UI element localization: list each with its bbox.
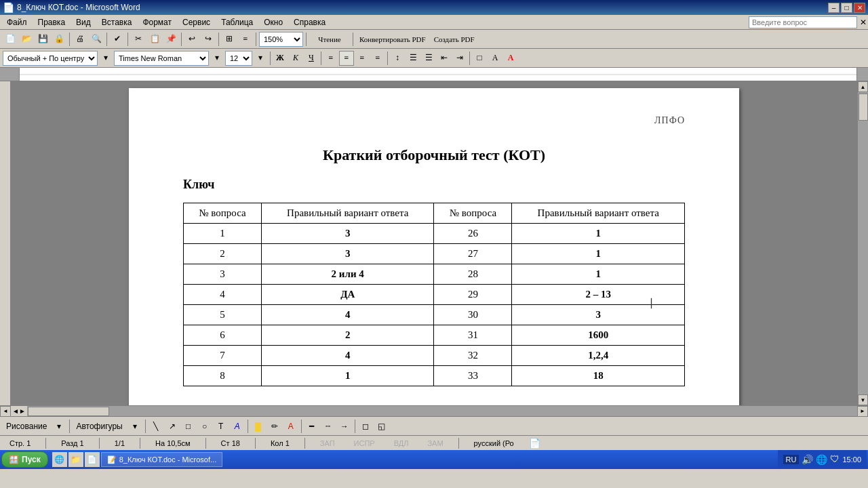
insert-columns-button[interactable]: ≡ [238,32,253,47]
scroll-right-button[interactable]: ► [857,406,868,417]
open-button[interactable]: 📂 [19,32,34,47]
align-left-button[interactable]: ≡ [323,51,338,66]
size-select[interactable]: 12 [225,51,252,66]
align-center-button[interactable]: ≡ [339,51,354,66]
decrease-indent-button[interactable]: ⇤ [437,51,452,66]
fill-color-button[interactable]: ▓ [251,419,266,434]
preview-button[interactable]: 🔍 [89,32,104,47]
scroll-up-button[interactable]: ▲ [858,81,868,92]
style-dropdown-icon[interactable]: ▾ [98,51,113,66]
menu-edit[interactable]: Правка [33,16,71,28]
draw-dropdown-icon[interactable]: ▾ [52,419,66,434]
paste-button[interactable]: 📌 [163,32,178,47]
font-color-draw-button[interactable]: A [283,419,298,434]
ask-input[interactable] [749,16,857,28]
menu-help[interactable]: Справка [288,16,331,28]
copy-button[interactable]: 📋 [147,32,162,47]
col-header-q1: № вопроса [184,203,262,224]
menu-table[interactable]: Таблица [216,16,258,28]
reading-mode-button[interactable]: Чтение [309,32,350,47]
start-button[interactable]: 🪟 Пуск [1,451,48,468]
redo-button[interactable]: ↪ [201,32,216,47]
line-color-button[interactable]: ✏ [267,419,282,434]
doc-title: Краткий отборочный тест (КОТ) [183,146,685,164]
wordart-tool[interactable]: A [230,419,245,434]
line-tool[interactable]: ╲ [149,419,163,434]
font-select[interactable]: Times New Roman [114,51,209,66]
next-page-button[interactable]: ► [19,407,26,415]
menu-format[interactable]: Формат [137,16,177,28]
minimize-button[interactable]: – [828,3,840,13]
h-scroll-track[interactable] [27,406,857,416]
menu-view[interactable]: Вид [71,16,96,28]
cell-q1: 4 [184,285,262,305]
word-quick-icon[interactable]: 📄 [85,452,100,467]
close-help-icon[interactable]: ✕ [860,18,867,27]
align-justify-button[interactable]: ≡ [370,51,385,66]
explorer-icon[interactable]: 📁 [68,452,83,467]
underline-button[interactable]: Ч [304,51,319,66]
menu-tools[interactable]: Сервис [177,16,216,28]
dash-style-button[interactable]: ╌ [321,419,336,434]
scroll-thumb[interactable] [859,94,868,121]
new-button[interactable]: 📄 [3,32,18,47]
permission-button[interactable]: 🔒 [52,32,66,47]
section-status: Разд 1 [57,439,87,447]
3d-button[interactable]: ◱ [374,419,389,434]
zoom-select[interactable]: 150% [259,32,303,47]
spell-button[interactable]: ✔ [110,32,125,47]
scroll-track[interactable] [858,92,868,394]
italic-button[interactable]: К [288,51,303,66]
menu-insert[interactable]: Вставка [96,16,138,28]
line-spacing-button[interactable]: ↕ [390,51,405,66]
autoshapes-dropdown-icon[interactable]: ▾ [127,419,142,434]
ruler [0,68,868,81]
convert-pdf-button[interactable]: Конвертировать PDF [356,32,429,47]
insert-table-button[interactable]: ⊞ [222,32,237,47]
circle-tool[interactable]: ○ [197,419,212,434]
style-select[interactable]: Обычный + По центру [3,51,98,66]
cell-q2: 28 [434,264,512,285]
cell-a1: 3 [261,244,434,264]
menu-file[interactable]: Файл [1,16,33,28]
arrow-style-button[interactable]: → [337,419,352,434]
align-right-button[interactable]: ≡ [355,51,370,66]
menu-window[interactable]: Окно [258,16,288,28]
textbox-tool[interactable]: T [214,419,229,434]
maximize-button[interactable]: □ [841,3,852,13]
cell-q1: 1 [184,224,262,244]
autoshapes-button[interactable]: Автофигуры [73,419,125,434]
scroll-left-button[interactable]: ◄ [0,406,11,417]
print-button[interactable]: 🖨 [73,32,87,47]
line-style-button[interactable]: ━ [304,419,319,434]
scroll-down-button[interactable]: ▼ [858,394,868,405]
numbering-button[interactable]: ☰ [421,51,436,66]
cut-button[interactable]: ✂ [131,32,146,47]
save-button[interactable]: 💾 [35,32,50,47]
h-scroll-thumb[interactable] [28,407,109,416]
bullets-button[interactable]: ☰ [406,51,420,66]
bold-button[interactable]: Ж [273,51,288,66]
size-dropdown-icon[interactable]: ▾ [253,51,268,66]
active-window-btn[interactable]: 📝 8_Ключ КОТ.doc - Microsof... [101,452,223,467]
rect-tool[interactable]: □ [181,419,196,434]
arrow-tool[interactable]: ↗ [165,419,180,434]
ie-icon[interactable]: 🌐 [52,452,67,467]
document-area[interactable]: ЛПФО Краткий отборочный тест (КОТ) Ключ … [11,81,857,405]
table-row: 2 3 27 1 [184,244,685,264]
cell-q2: 30 [434,305,512,325]
close-button[interactable]: ✕ [854,3,865,13]
font-color-button[interactable]: A [503,51,518,66]
undo-button[interactable]: ↩ [184,32,199,47]
cell-a1: 1 [261,366,434,386]
doc-view-icon[interactable]: 📄 [529,438,540,449]
draw-menu-button[interactable]: Рисование [3,419,50,434]
shadow-button[interactable]: ◻ [358,419,373,434]
increase-indent-button[interactable]: ⇥ [452,51,467,66]
create-pdf-button[interactable]: Создать PDF [431,32,478,47]
prev-page-button[interactable]: ◄ [12,407,19,415]
border-button[interactable]: □ [472,51,487,66]
font-dropdown-icon[interactable]: ▾ [210,51,224,66]
highlight-button[interactable]: A [488,51,502,66]
sep-fmt3 [387,52,388,65]
